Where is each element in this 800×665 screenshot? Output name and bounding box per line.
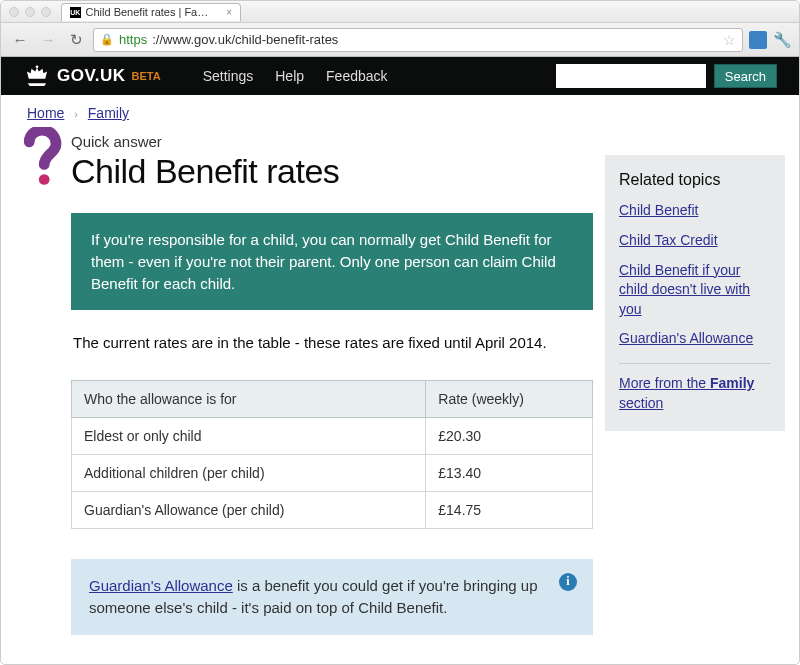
main-content: Quick answer Child Benefit rates If you'… (15, 127, 593, 635)
guardians-allowance-link[interactable]: Guardian's Allowance (89, 577, 233, 594)
table-header-row: Who the allowance is for Rate (weekly) (72, 381, 593, 418)
table-row: Additional children (per child) £13.40 (72, 455, 593, 492)
breadcrumb: Home › Family (1, 95, 799, 127)
svg-point-1 (39, 174, 50, 185)
table-row: Eldest or only child £20.30 (72, 418, 593, 455)
lock-icon: 🔒 (100, 33, 114, 46)
bookmark-star-icon[interactable]: ☆ (723, 32, 736, 48)
nav-feedback[interactable]: Feedback (326, 68, 387, 84)
table-cell: £13.40 (426, 455, 593, 492)
sidebar-divider (619, 363, 771, 364)
related-link[interactable]: Child Benefit if your child doesn't live… (619, 262, 750, 317)
table-header-rate: Rate (weekly) (426, 381, 593, 418)
related-link[interactable]: Child Tax Credit (619, 232, 718, 248)
table-cell: Eldest or only child (72, 418, 426, 455)
breadcrumb-home[interactable]: Home (27, 105, 64, 121)
info-callout: Guardian's Allowance is a benefit you co… (71, 559, 593, 635)
browser-tab[interactable]: UK Child Benefit rates | Family | × (61, 3, 241, 21)
header-nav: Settings Help Feedback (203, 68, 388, 84)
url-text: ://www.gov.uk/child-benefit-rates (152, 32, 338, 47)
settings-wrench-icon[interactable]: 🔧 (773, 31, 791, 49)
breadcrumb-family[interactable]: Family (88, 105, 129, 121)
forward-button[interactable]: → (37, 29, 59, 51)
intro-callout: If you're responsible for a child, you c… (71, 213, 593, 310)
beta-badge: BETA (132, 70, 161, 82)
table-header-who: Who the allowance is for (72, 381, 426, 418)
close-window-icon[interactable] (9, 7, 19, 17)
more-suffix: section (619, 395, 663, 411)
table-cell: Guardian's Allowance (per child) (72, 492, 426, 529)
site-search: Search (556, 64, 777, 88)
breadcrumb-separator-icon: › (74, 108, 78, 120)
nav-settings[interactable]: Settings (203, 68, 254, 84)
table-row: Guardian's Allowance (per child) £14.75 (72, 492, 593, 529)
nav-help[interactable]: Help (275, 68, 304, 84)
more-prefix: More from the (619, 375, 710, 391)
page-title: Child Benefit rates (71, 152, 593, 191)
crown-logo-icon (23, 65, 51, 87)
body-paragraph: The current rates are in the table - the… (71, 332, 593, 354)
table-cell: Additional children (per child) (72, 455, 426, 492)
more-from-section-link[interactable]: More from the Family section (619, 375, 754, 411)
search-button[interactable]: Search (714, 64, 777, 88)
zoom-window-icon[interactable] (41, 7, 51, 17)
reload-button[interactable]: ↻ (65, 29, 87, 51)
window-controls (9, 7, 51, 17)
favicon-icon: UK (70, 7, 81, 18)
sidebar-title: Related topics (619, 169, 771, 191)
related-link[interactable]: Child Benefit (619, 202, 698, 218)
site-title[interactable]: GOV.UK (57, 66, 126, 86)
browser-titlebar: UK Child Benefit rates | Family | × (1, 1, 799, 23)
back-button[interactable]: ← (9, 29, 31, 51)
tab-title: Child Benefit rates | Family | (86, 6, 218, 18)
more-bold: Family (710, 375, 754, 391)
svg-point-0 (36, 65, 39, 68)
browser-toolbar: ← → ↻ 🔒 https://www.gov.uk/child-benefit… (1, 23, 799, 57)
related-link[interactable]: Guardian's Allowance (619, 330, 753, 346)
table-cell: £20.30 (426, 418, 593, 455)
page-supertitle: Quick answer (71, 133, 593, 150)
url-scheme: https (119, 32, 147, 47)
address-bar[interactable]: 🔒 https://www.gov.uk/child-benefit-rates… (93, 28, 743, 52)
info-icon: i (559, 573, 577, 591)
rates-table: Who the allowance is for Rate (weekly) E… (71, 380, 593, 529)
close-tab-icon[interactable]: × (226, 7, 232, 18)
minimize-window-icon[interactable] (25, 7, 35, 17)
screenshot-extension-icon[interactable] (749, 31, 767, 49)
search-input[interactable] (556, 64, 706, 88)
question-mark-icon (19, 127, 63, 187)
related-topics-sidebar: Related topics Child Benefit Child Tax C… (605, 155, 785, 431)
site-header: GOV.UK BETA Settings Help Feedback Searc… (1, 57, 799, 95)
table-cell: £14.75 (426, 492, 593, 529)
